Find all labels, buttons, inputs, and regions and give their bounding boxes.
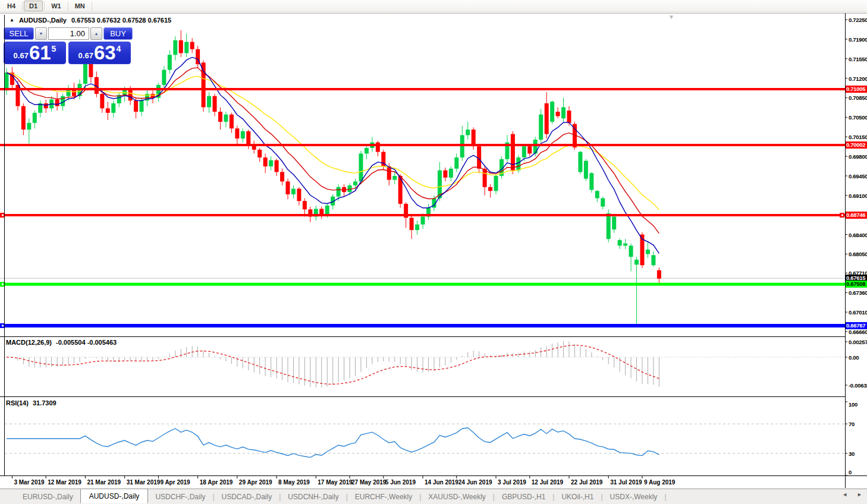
sell-price-big: 61 [29, 43, 51, 63]
price-tick-label: 0.70500 [849, 114, 867, 121]
sell-price-sup: 5 [52, 44, 56, 53]
macd-axis-label: 0.002574 [849, 339, 867, 345]
macd-axis-label: 0.00 [849, 354, 859, 360]
date-tick-label: 12 Mar 2019 [48, 479, 81, 486]
volume-input[interactable]: 1.00 [48, 27, 89, 40]
date-tick-label: 14 Jun 2019 [425, 479, 458, 486]
date-tick-label: 3 Jul 2019 [498, 479, 526, 486]
volume-increase-button[interactable]: ▲ [90, 27, 102, 40]
rsi-axis-label: 30 [849, 450, 855, 456]
macd-indicator-title: MACD(12,26,9) -0.005504 -0.005463 [6, 339, 117, 346]
spin-down-icon: ▼ [39, 32, 43, 36]
rsi-axis-label: 100 [849, 401, 857, 408]
date-tick-label: 3 Mar 2019 [14, 479, 44, 486]
date-tick-label: 17 May 2019 [318, 479, 352, 486]
timeframe-button-d1[interactable]: D1 [24, 1, 43, 11]
rsi-axis-label: 0 [849, 469, 852, 475]
symbol-title: AUDUSD-,Daily [19, 17, 67, 24]
date-tick-label: 9 Apr 2019 [160, 479, 190, 486]
date-tick-label: 31 Jul 2019 [610, 479, 642, 486]
toolbar-separator [22, 1, 23, 11]
price-tick-label: 0.71550 [849, 55, 867, 62]
tab-usdcad-daily[interactable]: USDCAD-,Daily [215, 490, 279, 503]
price-level-badge: 0.68746 [846, 212, 867, 219]
chart-tab-bar: EURUSD-,DailyAUDUSD-,DailyUSDCHF-,Daily|… [0, 489, 867, 504]
date-tick-label: 27 May 2019 [351, 479, 386, 486]
macd-axis-label: -0.00632 [849, 382, 867, 389]
tab-audusd-daily[interactable]: AUDUSD-,Daily [80, 489, 149, 503]
collapse-panel-icon[interactable]: ▲ [10, 17, 14, 23]
price-tick-label: 0.69800 [849, 153, 867, 160]
price-level-badge: 0.71005 [846, 86, 867, 93]
timeframe-toolbar: H4D1W1MN [0, 0, 867, 12]
tab-usdcnh-daily[interactable]: USDCNH-,Daily [281, 490, 345, 503]
price-tick-label: 0.71200 [849, 75, 867, 81]
toolbar-separator [92, 1, 92, 11]
price-tick-label: 0.71900 [849, 36, 867, 42]
price-tick-label: 0.69450 [849, 172, 867, 179]
tab-usdx-weekly[interactable]: USDX-,Weekly [603, 490, 665, 503]
trading-terminal-window: H4D1W1MN ▲ AUDUSD-,Daily 0.67553 0.67632… [0, 0, 867, 504]
spin-up-icon: ▲ [95, 32, 99, 36]
price-axis-divider [845, 13, 846, 488]
chart-window[interactable] [0, 13, 867, 489]
tab-eurusd-daily[interactable]: EURUSD-,Daily [15, 490, 80, 503]
date-tick-label: 8 May 2019 [278, 479, 310, 486]
sell-price-box[interactable]: 0.67 61 5 [4, 42, 66, 64]
rsi-panel-divider[interactable] [0, 396, 845, 397]
timeframe-button-w1[interactable]: W1 [46, 1, 67, 11]
tab-xauusd-weekly[interactable]: XAUUSD-,Weekly [421, 490, 492, 503]
macd-panel-divider[interactable] [0, 336, 845, 337]
buy-price-big: 63 [94, 43, 116, 63]
tab-separator: | [664, 493, 666, 501]
price-tick-label: 0.66660 [849, 328, 867, 335]
tab-ukoil-h1[interactable]: UKOil-,H1 [554, 490, 601, 503]
price-tick-label: 0.72250 [849, 17, 867, 23]
timeframe-button-h4[interactable]: H4 [2, 1, 21, 11]
chart-left-frame [4, 15, 5, 475]
one-click-trading-panel: SELL ▼ 1.00 ▲ BUY 0.67 61 5 0.67 63 4 [4, 27, 134, 64]
buy-price-prefix: 0.67 [78, 51, 93, 60]
price-tick-label: 0.70850 [849, 94, 867, 101]
macd-label: MACD(12,26,9) [6, 339, 52, 346]
toolbar-separator [44, 1, 45, 11]
toolbar-separator [68, 1, 68, 11]
volume-decrease-button[interactable]: ▼ [35, 27, 47, 40]
date-tick-label: 18 Apr 2019 [200, 479, 233, 486]
date-tick-label: 22 Jul 2019 [571, 479, 602, 486]
tab-scroll-right-icon[interactable]: ► [857, 492, 862, 497]
tab-eurchf-weekly[interactable]: EURCHF-,Weekly [348, 490, 419, 503]
price-tick-label: 0.68400 [849, 231, 867, 238]
buy-price-sup: 4 [117, 44, 121, 53]
buy-price-box[interactable]: 0.67 63 4 [68, 42, 131, 64]
price-tick-label: 0.67010 [849, 309, 867, 316]
date-tick-label: 31 Mar 2019 [127, 479, 161, 486]
sell-button[interactable]: SELL [4, 27, 34, 40]
rsi-value: 31.7309 [33, 399, 56, 407]
buy-button[interactable]: BUY [103, 27, 133, 40]
date-axis-divider [0, 475, 867, 476]
macd-values: -0.005504 -0.005463 [56, 339, 117, 346]
rsi-axis-label: 70 [849, 421, 855, 427]
date-tick-label: 5 Jun 2019 [385, 479, 416, 486]
price-level-badge: 0.67508 [846, 281, 867, 288]
date-tick-label: 12 Jul 2019 [532, 479, 563, 486]
date-tick-label: 29 Apr 2019 [239, 479, 272, 486]
price-tick-label: 0.69100 [849, 192, 867, 199]
tab-scroll-arrows: ◄ ► [842, 492, 862, 497]
date-tick-label: 9 Aug 2019 [644, 479, 675, 486]
symbol-info-line: ▲ AUDUSD-,Daily 0.67553 0.67632 0.67528 … [10, 16, 171, 24]
ohlc-values: 0.67553 0.67632 0.67528 0.67615 [71, 17, 171, 24]
tab-usdchf-daily[interactable]: USDCHF-,Daily [148, 490, 212, 503]
rsi-label: RSI(14) [6, 399, 29, 407]
date-tick-label: 21 Mar 2019 [87, 479, 121, 486]
price-tick-label: 0.68050 [849, 251, 867, 257]
tab-scroll-left-icon[interactable]: ◄ [842, 492, 847, 497]
sell-price-prefix: 0.67 [14, 51, 29, 60]
tab-gbpusd-h1[interactable]: GBPUSD-,H1 [495, 490, 552, 503]
price-tick-label: 0.70150 [849, 134, 867, 140]
chart-shift-marker-icon[interactable]: ▼ [668, 14, 674, 20]
price-level-badge: 0.70002 [846, 141, 867, 149]
timeframe-button-mn[interactable]: MN [70, 1, 90, 11]
rsi-indicator-title: RSI(14) 31.7309 [6, 399, 56, 407]
